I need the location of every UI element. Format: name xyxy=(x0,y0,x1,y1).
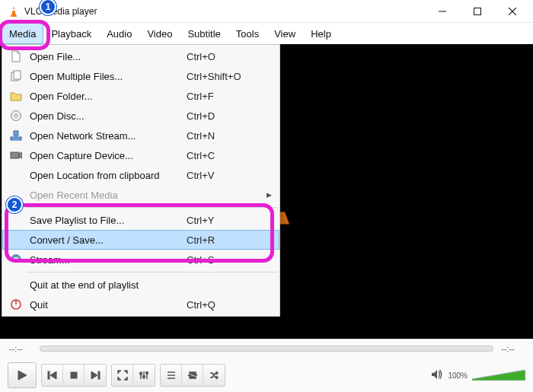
svg-rect-1 xyxy=(11,15,17,17)
menu-item-shortcut: Ctrl+C xyxy=(187,150,263,161)
svg-marker-39 xyxy=(432,370,437,379)
menu-subtitle[interactable]: Subtitle xyxy=(180,23,228,44)
svg-rect-25 xyxy=(48,371,49,379)
menu-item-shortcut: Ctrl+N xyxy=(187,130,263,142)
menu-item-label: Save Playlist to File... xyxy=(25,215,187,226)
window-title: VLC media player xyxy=(24,6,425,17)
menu-item-open-multiple-files[interactable]: Open Multiple Files...Ctrl+Shift+O xyxy=(2,66,279,86)
shuffle-button[interactable] xyxy=(203,365,225,386)
menu-item-label: Open File... xyxy=(25,51,187,62)
svg-marker-28 xyxy=(91,371,97,379)
prev-button[interactable] xyxy=(42,365,63,386)
svg-point-34 xyxy=(143,376,145,378)
play-button[interactable] xyxy=(8,362,37,388)
menu-video[interactable]: Video xyxy=(139,23,180,44)
svg-rect-4 xyxy=(474,8,481,14)
menu-item-shortcut: Ctrl+R xyxy=(187,234,263,246)
svg-point-15 xyxy=(14,114,18,117)
controls-bar: --:-- --:-- 100% xyxy=(0,339,533,392)
app-icon xyxy=(8,5,20,18)
fullscreen-button[interactable] xyxy=(112,365,133,386)
playback-group xyxy=(41,364,107,387)
folder-icon xyxy=(7,90,25,102)
submenu-arrow-icon: ▶ xyxy=(263,191,275,199)
loop-button[interactable] xyxy=(182,365,203,386)
menu-view[interactable]: View xyxy=(266,23,303,44)
volume-slider[interactable] xyxy=(472,370,525,381)
menu-tools[interactable]: Tools xyxy=(228,23,266,44)
playlist-group xyxy=(160,364,225,387)
menubar: Media Playback Audio Video Subtitle Tool… xyxy=(0,23,533,44)
playlist-button[interactable] xyxy=(161,365,182,386)
menu-item-quit[interactable]: QuitCtrl+Q xyxy=(2,295,279,314)
svg-rect-17 xyxy=(14,131,18,135)
svg-point-21 xyxy=(15,259,18,261)
menu-item-label: Convert / Save... xyxy=(25,234,187,246)
menu-item-label: Open Recent Media xyxy=(25,190,187,201)
svg-point-33 xyxy=(140,373,142,375)
menu-item-open-disc[interactable]: Open Disc...Ctrl+D xyxy=(2,106,279,126)
svg-marker-20 xyxy=(19,152,22,158)
menu-item-shortcut: Ctrl+V xyxy=(187,170,263,181)
volume-percent: 100% xyxy=(448,371,468,380)
menu-item-shortcut: Ctrl+Q xyxy=(187,299,263,311)
capture-icon xyxy=(7,149,25,161)
time-total[interactable]: --:-- xyxy=(501,344,524,353)
stream-icon xyxy=(7,253,25,266)
menu-separator xyxy=(27,207,278,208)
network-icon xyxy=(7,129,25,142)
menu-media[interactable]: Media xyxy=(2,23,43,44)
menu-item-open-file[interactable]: Open File...Ctrl+O xyxy=(2,46,279,66)
stop-button[interactable] xyxy=(63,365,85,386)
menu-help[interactable]: Help xyxy=(303,23,339,44)
menu-item-label: Quit xyxy=(25,299,187,311)
window-buttons xyxy=(425,0,530,23)
menu-item-label: Open Disc... xyxy=(25,110,187,122)
menu-audio[interactable]: Audio xyxy=(99,23,139,44)
svg-rect-27 xyxy=(71,372,77,378)
menu-item-open-recent-media: Open Recent Media▶ xyxy=(2,185,279,205)
menu-item-label: Open Network Stream... xyxy=(25,130,187,142)
disc-icon xyxy=(7,110,25,122)
menu-item-quit-at-the-end-of-playlist[interactable]: Quit at the end of playlist xyxy=(2,275,279,295)
view-group xyxy=(111,364,155,387)
menu-item-shortcut: Ctrl+Shift+O xyxy=(187,71,263,82)
ext-settings-button[interactable] xyxy=(133,365,155,386)
svg-rect-2 xyxy=(12,9,15,11)
file-icon xyxy=(7,50,25,62)
volume-control: 100% xyxy=(431,368,525,383)
menu-playback[interactable]: Playback xyxy=(43,23,99,44)
svg-marker-24 xyxy=(18,371,27,380)
menu-item-convert-save[interactable]: Convert / Save...Ctrl+R xyxy=(2,230,279,250)
menu-item-open-capture-device[interactable]: Open Capture Device...Ctrl+C xyxy=(2,145,279,165)
svg-point-35 xyxy=(146,372,148,374)
svg-rect-19 xyxy=(11,152,19,158)
menu-item-label: Quit at the end of playlist xyxy=(25,279,187,291)
files-icon xyxy=(7,70,25,82)
svg-marker-26 xyxy=(50,371,56,379)
speaker-icon[interactable] xyxy=(431,368,443,383)
menu-item-label: Stream... xyxy=(25,254,187,266)
menu-item-label: Open Multiple Files... xyxy=(25,71,187,82)
media-menu-dropdown: Open File...Ctrl+OOpen Multiple Files...… xyxy=(2,44,280,317)
menu-item-shortcut: Ctrl+O xyxy=(187,51,263,62)
seek-slider[interactable] xyxy=(40,346,493,352)
menu-item-stream[interactable]: Stream...Ctrl+S xyxy=(2,250,279,269)
menu-item-open-location-from-clipboard[interactable]: Open Location from clipboardCtrl+V xyxy=(2,165,279,185)
titlebar: VLC media player xyxy=(0,0,533,23)
menu-item-shortcut: Ctrl+F xyxy=(187,91,263,102)
menu-item-shortcut: Ctrl+Y xyxy=(187,215,263,226)
menu-item-label: Open Location from clipboard xyxy=(25,170,187,181)
menu-item-open-folder[interactable]: Open Folder...Ctrl+F xyxy=(2,86,279,106)
close-button[interactable] xyxy=(495,0,530,23)
menu-item-open-network-stream[interactable]: Open Network Stream...Ctrl+N xyxy=(2,126,279,145)
menu-item-save-playlist-to-file[interactable]: Save Playlist to File...Ctrl+Y xyxy=(2,210,279,230)
maximize-button[interactable] xyxy=(460,0,495,23)
menu-item-label: Open Capture Device... xyxy=(25,150,187,161)
minimize-button[interactable] xyxy=(425,0,460,23)
time-elapsed[interactable]: --:-- xyxy=(9,344,32,353)
menu-item-label: Open Folder... xyxy=(25,91,187,102)
annotation-marker-2: 2 xyxy=(6,196,23,213)
next-button[interactable] xyxy=(85,365,106,386)
quit-icon xyxy=(7,298,25,311)
